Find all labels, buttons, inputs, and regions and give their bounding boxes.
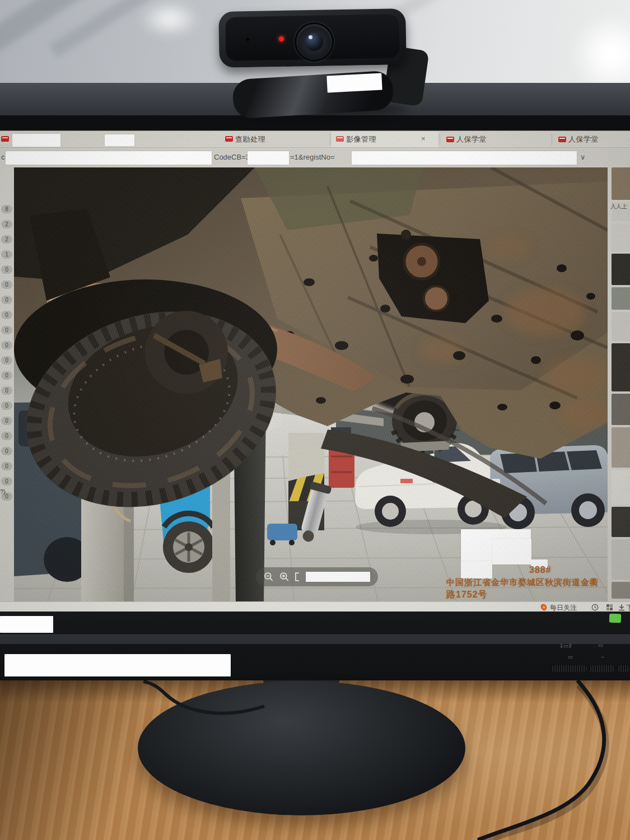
tab-picc-school-1[interactable]: 人保学堂 [456, 134, 487, 144]
frame-bracket-icon [295, 572, 300, 582]
count-badge: 0 [1, 371, 12, 380]
tab-divider [330, 134, 330, 145]
photo-thumbnail[interactable] [612, 394, 630, 425]
lens-specular [309, 35, 312, 39]
count-badge: 0 [1, 432, 12, 440]
count-badge: 1 [1, 250, 12, 259]
photo-thumbnail[interactable] [612, 254, 630, 285]
image-viewer-toolbar [256, 567, 378, 586]
tray-icon-b[interactable] [606, 604, 613, 611]
wooden-desk [0, 680, 630, 840]
taskbar-green-app-icon [609, 614, 622, 623]
count-badge: 0 [1, 281, 12, 289]
webcam-lens [305, 33, 324, 52]
tab-picc-school-2[interactable]: 人保学堂 [568, 134, 599, 144]
count-badge: 0 [1, 311, 12, 319]
photo-thumbnail[interactable] [612, 287, 630, 310]
count-badge: 0 [1, 477, 12, 486]
watermark-line-2: 中国浙江省金华市婺城区秋滨街道金衢 [446, 577, 599, 588]
photo-thumbnail[interactable] [612, 223, 630, 251]
photo-thumbnail[interactable] [612, 539, 630, 580]
redacted-tab-label [105, 134, 134, 146]
count-badge: 2 [1, 220, 12, 228]
count-badge: 0 [1, 462, 12, 470]
osd-screen-icon-2: ▭ [568, 654, 573, 660]
photo-thumbnail[interactable] [612, 470, 630, 505]
redacted-tab-label [12, 134, 60, 147]
osd-input-icon: 1▭2 [560, 643, 572, 648]
count-badge: 0 [1, 447, 12, 455]
photo-thumbnail[interactable] [612, 427, 630, 468]
picc-favicon [1, 136, 9, 142]
tray-icon-a[interactable] [591, 604, 599, 611]
redacted-url-segment [248, 151, 289, 165]
browser-url-bar[interactable]: c CodeCB=3 =1&registNo= ∨ [0, 147, 630, 169]
tab-image-management[interactable]: 影像管理 [346, 134, 376, 144]
tab-divider [552, 134, 552, 145]
count-badge: 0 [1, 417, 12, 425]
redaction-sticker-bezel-small [0, 616, 53, 633]
windows-taskbar: 每日关注 下载 [0, 601, 630, 612]
flame-icon [539, 603, 548, 612]
cables [0, 680, 630, 840]
photographed-monitor-scene: 查勘处理 影像管理 × 人保学堂 人保学堂 c CodeCB=3 =1&regi… [0, 0, 630, 840]
watermark-line-1: 388# [529, 565, 596, 575]
thumbnail-rail[interactable] [608, 167, 630, 601]
count-badge: 2 [1, 235, 12, 244]
photo-thumbnail[interactable] [612, 312, 630, 341]
webcam-body [218, 8, 407, 68]
photo-thumbnail[interactable] [612, 507, 630, 537]
redaction-sticker-bezel-large [4, 654, 231, 676]
osd-button[interactable] [617, 665, 630, 672]
count-badge: 0 [1, 265, 12, 274]
photo-thumbnail[interactable] [612, 582, 630, 599]
picc-favicon [446, 137, 454, 142]
count-badge: 0 [1, 326, 12, 334]
osd-back-arrow-icon: ← [600, 654, 606, 659]
monitor-top-bezel-front [0, 115, 630, 130]
url-edge-fragment: c [1, 153, 5, 161]
redacted-url-segment [6, 151, 212, 165]
watermark-line-3: 路1752号 [446, 589, 488, 601]
download-icon[interactable] [618, 604, 625, 611]
claim-photo-undercarriage[interactable]: PICC [14, 167, 608, 601]
redacted-watermark-block [492, 539, 531, 564]
photo-thumbnail[interactable] [612, 343, 630, 391]
osd-button[interactable] [551, 665, 587, 672]
redacted-url-segment [352, 151, 577, 165]
right-rail-text-fragment: 入人上 [610, 203, 630, 211]
signal-cable [143, 682, 264, 713]
photo-thumbnail[interactable] [612, 167, 630, 200]
count-badge: 0 [1, 402, 12, 410]
count-badge: 0 [1, 296, 12, 304]
power-cable [478, 680, 604, 840]
url-dropdown-icon[interactable]: ∨ [580, 153, 586, 161]
left-category-rail: 82210000000000000000 [0, 205, 14, 519]
left-rail-text-fragment: ?) [0, 488, 6, 495]
url-fragment-1: CodeCB=3 [214, 153, 250, 161]
zoom-out-icon[interactable] [264, 572, 274, 582]
count-badge: 0 [1, 386, 12, 395]
tab-survey-processing[interactable]: 查勘处理 [235, 134, 265, 144]
zoom-in-icon[interactable] [279, 572, 290, 582]
tab-divider [440, 134, 440, 145]
url-fragment-2: =1&registNo= [290, 153, 335, 161]
redaction-sticker [326, 73, 382, 92]
browser-tab-bar: 查勘处理 影像管理 × 人保学堂 人保学堂 [0, 130, 630, 148]
osd-screen-icon: ▭ [598, 642, 604, 648]
bezel-groove [0, 634, 630, 644]
osd-button[interactable] [589, 665, 615, 672]
webcam-mic-hole [246, 38, 249, 41]
count-badge: 0 [1, 356, 12, 365]
count-badge: 8 [1, 205, 12, 213]
picc-favicon [558, 137, 566, 142]
picc-favicon [225, 136, 233, 142]
tab-close-icon[interactable]: × [421, 134, 426, 143]
ceiling-light [139, 1, 200, 37]
redacted-toolbar-label [306, 572, 370, 582]
count-badge: 0 [1, 341, 12, 349]
